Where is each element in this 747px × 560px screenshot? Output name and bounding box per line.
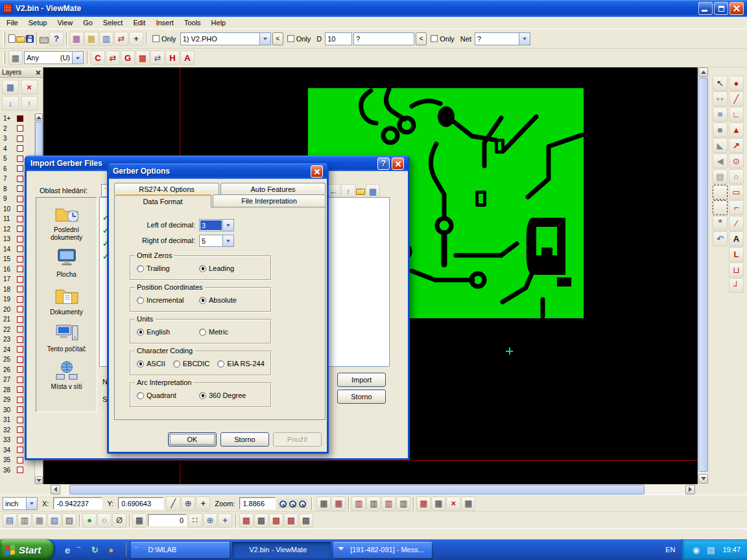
highlight-dcodes-icon[interactable]: ▦ [84,32,99,46]
layer-color-swatch[interactable] [17,115,23,122]
probe-off-icon[interactable]: ○ [97,513,112,528]
chevron-down-icon[interactable] [222,235,233,246]
film-pos-icon[interactable]: ▦ [32,513,47,528]
undo-icon[interactable]: ↶ [713,231,728,246]
measure-line-icon[interactable]: ╱ [166,496,180,511]
draw-triangle-icon[interactable]: ▲ [729,122,744,137]
place-documents[interactable]: Dokumenty [38,285,96,316]
layer-color-swatch[interactable] [17,397,23,403]
selection-filter-combo[interactable]: Any(U) [24,51,84,64]
place-desktop[interactable]: Plocha [38,248,96,279]
ok-button[interactable]: OK [168,432,217,447]
pat-grid-red[interactable]: ▦ [416,496,431,511]
close-button[interactable] [729,2,744,15]
layer-color-swatch[interactable] [17,276,23,283]
open-file-icon[interactable] [16,36,25,43]
flip-icon[interactable]: ◣ [713,138,728,153]
layer-color-swatch[interactable] [17,246,23,252]
draw-polyline-icon[interactable]: ∟ [729,107,744,122]
film-x-icon[interactable]: ▧ [47,513,62,528]
toolbar-grip[interactable] [3,32,5,45]
unit-combo[interactable]: inch [3,497,38,510]
scroll-up-button[interactable] [35,113,43,121]
scroll-down-button[interactable] [35,476,43,484]
menu-setup[interactable]: Setup [23,18,53,28]
layer-color-swatch[interactable] [17,145,23,152]
layer-color-swatch[interactable] [17,316,23,323]
layer-color-swatch[interactable] [17,125,23,132]
taskbar-task[interactable]: [191-482-091] - Mess... [333,542,432,558]
handles-icon[interactable]: ⇄ [106,51,120,65]
print-icon[interactable] [40,37,49,43]
place-recent[interactable]: Poslední dokumenty [38,203,96,241]
radio-360-degree[interactable]: 360 Degree [199,391,246,399]
pads-red-a[interactable]: ▩ [269,513,283,528]
horizontal-scrollbar[interactable] [0,484,747,495]
radio-leading[interactable]: Leading [199,264,234,272]
radio-incremental[interactable]: Incremental [137,296,191,304]
horizontal-scroll-track[interactable] [60,484,685,495]
layer-color-swatch[interactable] [17,437,23,443]
layer-color-swatch[interactable] [17,226,23,232]
pat-x-red[interactable]: × [446,496,460,511]
layer-down-icon[interactable]: ↓ [2,96,19,111]
draw-pad-icon[interactable]: ● [729,76,744,91]
draw-line-icon[interactable]: ╱ [729,91,744,106]
layer-color-swatch[interactable] [17,326,23,332]
menu-select[interactable]: Select [98,18,128,28]
layer-color-swatch[interactable] [17,165,23,172]
layer-color-swatch[interactable] [17,426,23,433]
layer-color-swatch[interactable] [17,447,23,453]
draw-slash-icon[interactable]: ∕ [729,216,744,231]
menu-go[interactable]: Go [78,18,98,28]
tray-device-icon[interactable]: ◉ [689,542,703,557]
select-pointer-icon[interactable]: ↖ [713,76,728,91]
zoom-window-icon[interactable] [288,499,297,508]
layer-color-swatch[interactable] [17,135,23,142]
pattern-icon[interactable]: ▦ [136,51,150,65]
horizontal-scroll-thumb[interactable] [69,485,645,495]
pat-rows-red[interactable]: ▥ [351,496,366,511]
dcode-filter-input[interactable]: ? [353,32,414,45]
layer-films-icon[interactable]: ▦ [2,80,19,95]
prev-layer-button[interactable]: < [272,32,283,45]
film-grid-icon[interactable]: ▨ [62,513,77,528]
fill-square-icon[interactable]: ■ [713,122,728,137]
table-icon[interactable]: ▦ [132,513,147,528]
pat-grid-red[interactable]: ▦ [331,496,346,511]
layer-color-swatch[interactable] [17,205,23,212]
tab-file-interpretation[interactable]: File Interpretation [213,194,326,207]
minimize-button[interactable] [698,2,713,15]
start-button[interactable]: Start [0,539,54,560]
gear-icon[interactable]: * [713,216,728,231]
measure-icon[interactable]: + [129,32,143,46]
taskbar-task[interactable]: D:\MLAB [131,542,230,558]
marquee-icon[interactable] [713,185,728,200]
help-button[interactable]: ? [377,158,390,170]
vertical-scrollbar[interactable] [698,67,708,484]
green-light-icon[interactable]: ● [82,513,97,528]
close-button[interactable] [392,158,404,170]
c-query-icon[interactable]: C [91,51,105,65]
layer-color-swatch[interactable] [17,467,23,473]
pads-red-a[interactable]: ▩ [284,513,298,528]
layer-color-swatch[interactable] [17,176,23,182]
radio-trailing[interactable]: Trailing [137,264,191,272]
close-icon[interactable] [36,70,41,75]
menu-insert[interactable]: Insert [150,18,179,28]
dlg-views-icon[interactable]: ▦ [366,184,380,198]
pat-grid-dark[interactable]: ▦ [461,496,475,511]
folder-win-icon[interactable] [77,547,86,554]
pan-icon[interactable]: ◀ [713,154,728,169]
only-dcode-checkbox[interactable]: Only [287,35,311,43]
order-icon[interactable]: ≡ [713,107,728,122]
film-neg-icon[interactable]: ▥ [18,513,32,528]
layer-color-swatch[interactable] [17,386,23,393]
chevron-down-icon[interactable] [519,33,530,45]
zoom-in-icon[interactable] [278,499,287,508]
scroll-left-button[interactable] [51,485,60,495]
layer-color-swatch[interactable] [17,156,23,162]
menu-tools[interactable]: Tools [179,18,206,28]
layer-up-icon[interactable]: ↑ [21,96,38,111]
browser-orange-icon[interactable]: ● [104,542,118,557]
